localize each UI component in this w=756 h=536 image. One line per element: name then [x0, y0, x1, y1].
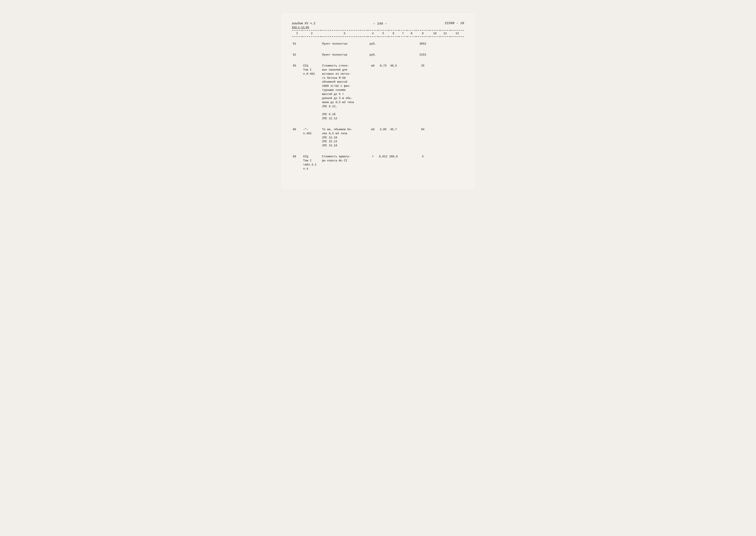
- table-row: 66 –"–п.402 То же, объемом бо– лее 0,5 м…: [292, 126, 464, 150]
- row-col11-62: [440, 51, 450, 59]
- row-num-62: 62: [292, 51, 302, 59]
- table-row: 62 Пункт полностью руб. 2153: [292, 51, 464, 59]
- row-col5-68: 0,012: [378, 153, 388, 173]
- row-num-68: 68: [292, 153, 302, 173]
- row-ref-61: [302, 40, 321, 48]
- row-col10-66: [430, 126, 440, 150]
- spacer: [292, 48, 464, 51]
- row-col8-61: [407, 40, 416, 48]
- main-table: I 2 3 4 5 6 7 8 9 10 11 12: [292, 30, 464, 181]
- row-unit-66: м3: [368, 126, 378, 150]
- spacer: [292, 150, 464, 153]
- row-col10-61: [430, 40, 440, 48]
- album-subtitle: 810-1-13.86: [292, 26, 315, 29]
- table-row: 61 Пункт полностью руб. 3052: [292, 40, 464, 48]
- row-col12-66: [450, 126, 464, 150]
- row-col6-66: 45,7: [388, 126, 399, 150]
- row-col10-68: [430, 153, 440, 173]
- col-header-3: 3: [321, 30, 368, 37]
- row-col5-65: 0,73: [378, 62, 388, 122]
- row-col9-68: 3: [416, 153, 430, 173]
- row-col7-65: [399, 62, 407, 122]
- col-header-4: 4: [368, 30, 378, 37]
- row-col9-62: 2153: [416, 51, 430, 59]
- row-col11-65: [440, 62, 450, 122]
- table-wrapper: I 2 3 4 5 6 7 8 9 10 11 12: [292, 30, 464, 181]
- row-col12-65: [450, 62, 464, 122]
- col-header-11: 11: [440, 30, 450, 37]
- row-col8-68: [407, 153, 416, 173]
- row-col6-68: 260,0: [388, 153, 399, 173]
- album-title: альбом XV ч.2: [292, 21, 315, 26]
- row-col5-62: [378, 51, 388, 59]
- row-col8-66: [407, 126, 416, 150]
- table-row: 68 ССЦТом Iтабл.3.Iп.4 Стоимость армату–…: [292, 153, 464, 173]
- col-header-7: 7: [399, 30, 407, 37]
- page: альбом XV ч.2 810-1-13.86 – 249 – 21598 …: [281, 13, 475, 190]
- col-header-6: 6: [388, 30, 399, 37]
- row-col7-61: [399, 40, 407, 48]
- row-col7-66: [399, 126, 407, 150]
- row-col10-62: [430, 51, 440, 59]
- spacer: [292, 37, 464, 40]
- table-row: 65 ССЦТом Iп.8–401 Стоимость стено– вых …: [292, 62, 464, 122]
- page-number: – 249 –: [315, 21, 445, 26]
- row-num-66: 66: [292, 126, 302, 150]
- col-header-1: I: [292, 30, 302, 37]
- col-header-10: 10: [430, 30, 440, 37]
- row-col8-65: [407, 62, 416, 122]
- row-col7-62: [399, 51, 407, 59]
- row-num-61: 61: [292, 40, 302, 48]
- row-unit-65: м3: [368, 62, 378, 122]
- row-col5-61: [378, 40, 388, 48]
- row-desc-62: Пункт полностью: [321, 51, 368, 59]
- col-header-8: 8: [407, 30, 416, 37]
- row-col6-61: [388, 40, 399, 48]
- doc-number: 21598 - 18: [445, 21, 464, 25]
- row-desc-61: Пункт полностью: [321, 40, 368, 48]
- row-col9-65: 35: [416, 62, 430, 122]
- row-col11-66: [440, 126, 450, 150]
- spacer: [292, 122, 464, 126]
- row-desc-66: То же, объемом бо– лее 0,5 м3 типа 2ПС 1…: [321, 126, 368, 150]
- row-col9-61: 3052: [416, 40, 430, 48]
- row-col12-62: [450, 51, 464, 59]
- row-col6-65: 48,5: [388, 62, 399, 122]
- row-col10-65: [430, 62, 440, 122]
- header: альбом XV ч.2 810-1-13.86 – 249 – 21598 …: [292, 21, 464, 29]
- row-ref-65: ССЦТом Iп.8–401: [302, 62, 321, 122]
- row-ref-66: –"–п.402: [302, 126, 321, 150]
- row-col11-61: [440, 40, 450, 48]
- row-col6-62: [388, 51, 399, 59]
- row-desc-65: Стоимость стено– вых панелей для вставок…: [321, 62, 368, 122]
- row-col8-62: [407, 51, 416, 59]
- row-desc-68: Стоимость армату– ры класса Ас-II: [321, 153, 368, 173]
- album-info: альбом XV ч.2 810-1-13.86: [292, 21, 315, 29]
- spacer: [292, 173, 464, 181]
- row-col5-66: 2,05: [378, 126, 388, 150]
- col-header-5: 5: [378, 30, 388, 37]
- row-col11-68: [440, 153, 450, 173]
- row-ref-62: [302, 51, 321, 59]
- row-ref-68: ССЦТом Iтабл.3.Iп.4: [302, 153, 321, 173]
- col-header-9: 9: [416, 30, 430, 37]
- row-num-65: 65: [292, 62, 302, 122]
- row-col12-61: [450, 40, 464, 48]
- col-header-2: 2: [302, 30, 321, 37]
- row-unit-61: руб.: [368, 40, 378, 48]
- row-unit-68: т: [368, 153, 378, 173]
- row-col9-66: 94: [416, 126, 430, 150]
- col-header-12: 12: [450, 30, 464, 37]
- row-col7-68: [399, 153, 407, 173]
- column-header-row: I 2 3 4 5 6 7 8 9 10 11 12: [292, 30, 464, 37]
- row-col12-68: [450, 153, 464, 173]
- spacer: [292, 59, 464, 62]
- row-unit-62: руб.: [368, 51, 378, 59]
